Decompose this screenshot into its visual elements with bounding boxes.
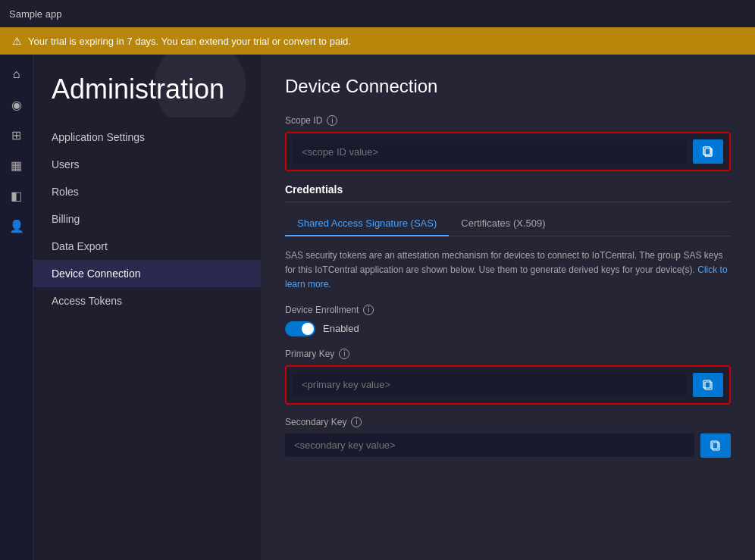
page-title: Administration [52,73,243,105]
main-layout: ⌂ ◉ ⊞ ▦ ◧ 👤 Administration Application S… [0,55,755,560]
credentials-tab-bar: Shared Access Signature (SAS) Certificat… [285,211,731,236]
scope-id-copy-button[interactable] [693,139,723,164]
toggle-knob [302,323,314,335]
primary-key-copy-button[interactable] [693,373,723,397]
scope-id-label: Scope ID i [285,115,731,126]
sidebar-item-access-tokens[interactable]: Access Tokens [33,287,261,314]
secondary-key-label: Secondary Key i [285,417,731,427]
left-nav: ⌂ ◉ ⊞ ▦ ◧ 👤 [0,55,33,560]
alert-banner: ⚠ Your trial is expiring in 7 days. You … [0,27,755,55]
secondary-key-group [285,433,731,458]
primary-key-input[interactable] [293,373,687,396]
device-enrollment-label: Device Enrollment i [285,305,731,315]
secondary-key-info-icon[interactable]: i [351,417,362,427]
app-name: Sample app [9,8,61,20]
nav-grid-icon[interactable]: ⊞ [3,121,30,149]
nav-person-icon[interactable]: 👤 [3,212,30,239]
warning-icon: ⚠ [12,35,22,47]
scope-id-group [285,132,731,171]
primary-key-info-icon[interactable]: i [339,349,349,359]
tab-sas[interactable]: Shared Access Signature (SAS) [285,211,449,236]
primary-key-label: Primary Key i [285,349,731,359]
sidebar-item-users[interactable]: Users [33,151,261,178]
sidebar-menu: Application Settings Users Roles Billing… [33,117,261,560]
secondary-key-input[interactable] [285,433,694,457]
nav-chart-icon[interactable]: ▦ [3,152,30,179]
nav-doc-icon[interactable]: ◧ [3,182,30,209]
sidebar-item-roles[interactable]: Roles [33,178,261,205]
scope-id-info-icon[interactable]: i [327,115,337,126]
sidebar-item-application-settings[interactable]: Application Settings [33,124,261,151]
sidebar: Administration Application Settings User… [33,55,261,560]
secondary-key-input-row [285,433,731,458]
credentials-header: Credentials [285,183,731,202]
primary-key-input-row [293,373,723,397]
alert-message: Your trial is expiring in 7 days. You ca… [28,36,351,47]
content-title: Device Connection [285,76,731,97]
primary-key-group [285,365,731,405]
sidebar-header: Administration [33,55,261,117]
content-area: Device Connection Scope ID i [261,55,755,560]
nav-compass-icon[interactable]: ◉ [3,91,30,118]
scope-id-input-row [293,139,723,164]
sidebar-item-data-export[interactable]: Data Export [33,233,261,260]
credentials-description: SAS security tokens are an attestation m… [285,249,731,293]
sidebar-item-device-connection[interactable]: Device Connection [33,260,261,287]
nav-home-icon[interactable]: ⌂ [3,61,30,88]
scope-id-input[interactable] [293,140,687,164]
tab-certificates[interactable]: Certificates (X.509) [449,211,557,236]
device-enrollment-toggle[interactable] [285,321,315,336]
toggle-enabled-label: Enabled [323,323,359,334]
device-enrollment-info-icon[interactable]: i [363,305,374,315]
device-enrollment-toggle-row: Enabled [285,321,731,336]
secondary-key-copy-button[interactable] [700,433,731,458]
title-bar: Sample app [0,0,755,27]
sidebar-item-billing[interactable]: Billing [33,205,261,233]
